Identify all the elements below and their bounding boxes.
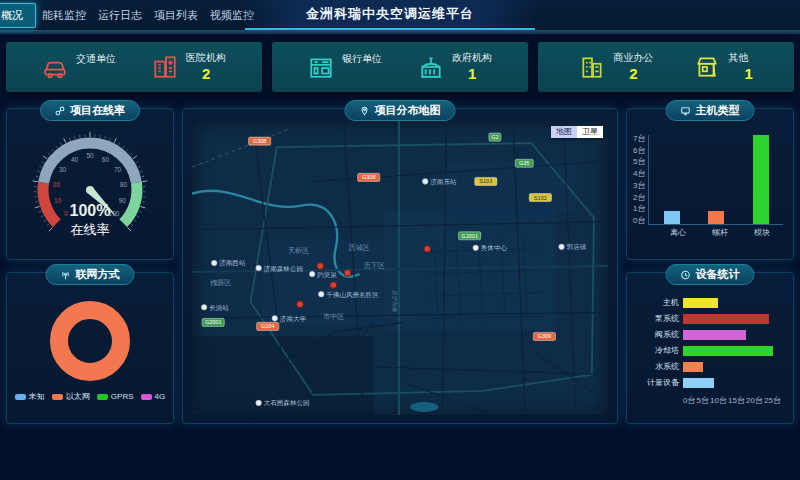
project-marker[interactable] xyxy=(344,270,350,276)
legend-item[interactable]: 未知 xyxy=(15,391,45,402)
tab-project-list[interactable]: 项目列表 xyxy=(148,4,204,27)
gauge-minor-tick xyxy=(131,224,133,226)
bar-track xyxy=(683,346,781,356)
gauge-minor-tick xyxy=(47,224,49,226)
axis-tick-label: 计量设备 xyxy=(635,377,683,388)
bar xyxy=(683,330,746,340)
gauge-tick xyxy=(140,206,145,208)
gauge-minor-tick xyxy=(52,149,54,151)
map-poi-dot[interactable] xyxy=(318,291,324,297)
gauge-minor-tick xyxy=(35,202,38,203)
gauge-tick-label: 40 xyxy=(71,156,79,163)
project-marker[interactable] xyxy=(297,301,303,307)
map-poi-dot[interactable] xyxy=(201,304,207,310)
axis-tick-label: 主机 xyxy=(635,297,683,308)
map-poi-dot[interactable] xyxy=(473,245,479,251)
gauge-minor-tick xyxy=(136,216,139,218)
map-district-label: 天桥区 xyxy=(288,247,309,254)
map-poi-label: 济南东站 xyxy=(430,178,457,186)
map-mode-button[interactable]: 地图 xyxy=(551,126,577,138)
gauge-minor-tick xyxy=(39,166,42,167)
road-badge-label: G2 xyxy=(491,134,498,140)
map-poi-label: 济南森林公园 xyxy=(264,265,303,273)
project-marker[interactable] xyxy=(317,263,323,269)
table-row: 冷却塔 xyxy=(635,345,781,356)
bar xyxy=(753,135,769,224)
gauge-minor-tick xyxy=(37,171,40,172)
project-marker[interactable] xyxy=(424,246,430,252)
road-badge-label: G2001 xyxy=(205,319,222,325)
map-poi-label: 大石崮森林公园 xyxy=(264,399,310,407)
donut-segment-ethernet[interactable] xyxy=(59,310,121,372)
satellite-mode-button[interactable]: 卫星 xyxy=(577,126,603,138)
gauge-minor-tick xyxy=(39,211,42,212)
office-icon xyxy=(579,54,605,80)
axis-tick-label: 4台 xyxy=(633,170,645,178)
gauge-minor-tick xyxy=(44,220,47,222)
map-poi-dot[interactable] xyxy=(309,271,315,277)
gauge-minor-tick xyxy=(118,143,120,146)
map-poi-dot[interactable] xyxy=(272,316,278,322)
gauge-tick-label: 80 xyxy=(120,181,128,188)
map-district-label: 历下区 xyxy=(364,261,385,270)
gauge-zone xyxy=(44,143,137,183)
map-poi-label: 郭店镇 xyxy=(567,243,587,251)
map-canvas[interactable]: 京沪高速G308G308S103S102G2G35G2001G2001G104G… xyxy=(192,121,608,415)
gauge-hub xyxy=(86,186,94,194)
road-badge-label: S102 xyxy=(534,195,547,201)
legend-item[interactable]: 以太网 xyxy=(52,391,90,402)
gauge-minor-tick xyxy=(36,176,39,177)
legend-label: 未知 xyxy=(29,391,45,402)
online-rate-gauge: 0102030405060708090100100%在线率 xyxy=(15,127,165,243)
gauge-minor-tick xyxy=(138,166,141,167)
map-poi-dot[interactable] xyxy=(559,244,565,250)
bar xyxy=(683,378,714,388)
road-badge-label: G104 xyxy=(261,323,275,329)
car-icon xyxy=(42,54,68,80)
table-row: 计量设备 xyxy=(635,377,781,388)
government-icon xyxy=(418,54,444,80)
dashboard-root: 概况 能耗监控 运行日志 项目列表 视频监控 金洲科瑞中央空调运维平台 交通单位 xyxy=(0,0,800,480)
map-poi-label: 济南西站 xyxy=(219,259,246,267)
road-badge-label: G308 xyxy=(362,174,376,180)
project-marker[interactable] xyxy=(330,282,336,288)
map-poi-dot[interactable] xyxy=(422,179,428,185)
link-icon xyxy=(55,106,65,116)
gauge-tick-label: 60 xyxy=(102,156,110,163)
tab-energy-monitor[interactable]: 能耗监控 xyxy=(36,4,92,27)
nav-divider xyxy=(0,30,800,34)
tab-run-log[interactable]: 运行日志 xyxy=(92,4,148,27)
legend-item[interactable]: 4G xyxy=(141,391,166,402)
panel-host-type: 主机类型 7台6台5台4台3台2台1台0台 离心螺杆模块 xyxy=(626,108,794,260)
legend-swatch xyxy=(52,394,63,400)
axis-tick-label: 模块 xyxy=(754,227,770,238)
table-row: 主机 xyxy=(635,297,781,308)
gauge-minor-tick xyxy=(123,146,125,148)
legend-item[interactable]: GPRS xyxy=(97,391,134,402)
axis-tick-label: 25台 xyxy=(764,395,781,406)
stat-other: 其他 1 xyxy=(694,51,752,83)
gauge-minor-tick xyxy=(80,135,81,138)
stat-card-medical-traffic: 交通单位 医院机构 2 xyxy=(6,42,262,92)
map-road xyxy=(535,353,608,403)
panel-title: 联网方式 xyxy=(76,267,120,282)
bar-track xyxy=(683,314,781,324)
map-poi-dot[interactable] xyxy=(256,265,262,271)
axis-tick-label: 2台 xyxy=(633,194,645,202)
axis-tick-label: 7台 xyxy=(633,135,645,143)
gauge-minor-tick xyxy=(130,153,132,155)
tab-overview[interactable]: 概况 xyxy=(0,3,36,28)
stat-value: 2 xyxy=(629,65,653,83)
gauge-tick xyxy=(35,206,40,208)
right-column: 主机类型 7台6台5台4台3台2台1台0台 离心螺杆模块 设备统计 主机泵系统阀… xyxy=(626,108,794,424)
map-district-label: 历城区 xyxy=(349,243,370,252)
map-poi-dot[interactable] xyxy=(211,260,217,266)
gauge-tick-label: 90 xyxy=(119,197,127,204)
map-poi-dot[interactable] xyxy=(256,400,262,406)
axis-tick-label: 1台 xyxy=(633,205,645,213)
axis-tick-label: 3台 xyxy=(633,182,645,190)
project-map[interactable]: 京沪高速G308G308S103S102G2G35G2001G2001G104G… xyxy=(192,121,608,415)
bar-track xyxy=(683,378,781,388)
antenna-icon xyxy=(61,270,71,280)
axis-tick-label: 0台 xyxy=(633,217,645,225)
